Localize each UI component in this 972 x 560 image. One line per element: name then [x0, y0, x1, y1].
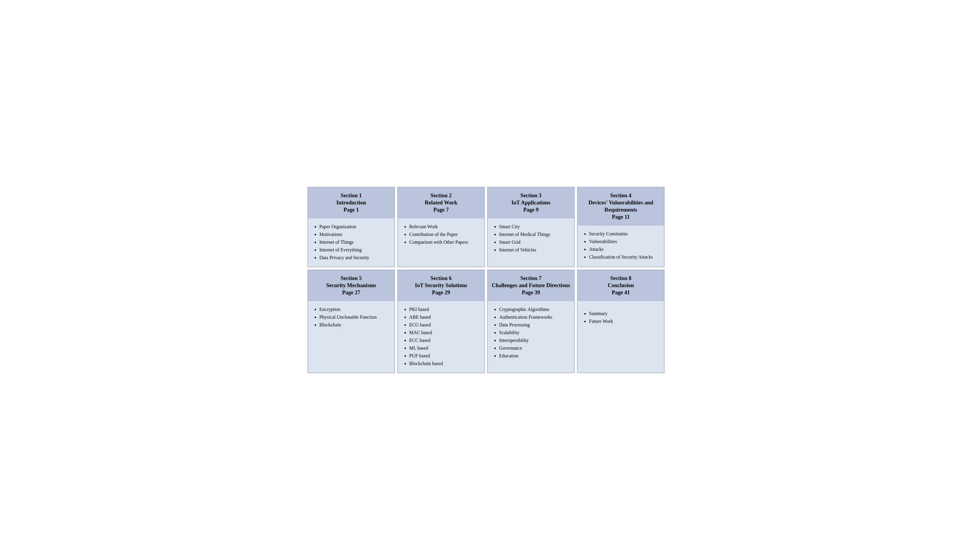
section-2-item-2: Comparison with Other Papers [409, 238, 481, 246]
section-1-item-3: Internet of Everything [319, 247, 391, 253]
section-4-item-1: Vulnerabilities [589, 238, 660, 245]
section-6-item-5: ML based [409, 345, 481, 352]
section-4-list: Security ConstraintsVulnerabilitiesAttac… [584, 230, 660, 261]
section-8-body: SummaryFuture Work [578, 301, 664, 373]
section-7-item-0: Cryptographic Algorithms [499, 306, 570, 313]
section-8-card: Section 8ConclusionPage 41SummaryFuture … [577, 270, 665, 373]
section-5-list: EncryptionPhysical Unclonable FunctionBl… [314, 306, 391, 328]
section-8-list: SummaryFuture Work [584, 310, 660, 325]
section-3-header-title: Section 3IoT ApplicationsPage 9 [491, 192, 570, 213]
section-5-header-line-2: Page 27 [342, 290, 360, 295]
section-3-item-3: Internet of Vehicles [499, 247, 570, 253]
section-6-body: PKI basedABE basedECG basedMAC basedECC … [398, 301, 484, 373]
section-4-card: Section 4Devices' Vulnerabilities and Re… [577, 187, 665, 267]
section-2-header-line-0: Section 2 [430, 193, 452, 198]
section-5-header-line-1: Security Mechanisms [326, 282, 376, 288]
section-5-item-0: Encryption [319, 306, 391, 313]
section-7-card: Section 7Challenges and Future Direction… [487, 270, 575, 373]
section-7-header-title: Section 7Challenges and Future Direction… [491, 275, 570, 297]
section-4-item-2: Attacks [589, 246, 660, 253]
section-6-header-line-2: Page 29 [432, 290, 450, 295]
section-6-item-7: Blockchain based [409, 360, 481, 367]
section-3-header-line-0: Section 3 [520, 193, 541, 198]
section-5-body: EncryptionPhysical Unclonable FunctionBl… [308, 301, 394, 373]
section-5-header-line-0: Section 5 [340, 275, 362, 281]
section-6-item-2: ECG based [409, 322, 481, 328]
section-4-header-line-2: Page 11 [612, 214, 630, 220]
section-8-header-line-2: Page 41 [612, 290, 630, 295]
section-7-item-6: Education [499, 352, 570, 360]
section-1-item-4: Data Privacy and Security [319, 254, 391, 261]
section-1-header-line-1: Introduction [336, 200, 366, 206]
section-7-item-3: Scalability [499, 329, 570, 336]
section-5-header: Section 5Security MechanismsPage 27 [308, 270, 394, 301]
section-7-item-1: Authentication Frameworks [499, 313, 570, 321]
section-3-header-line-1: IoT Applications [512, 200, 550, 206]
section-1-item-2: Internet of Things [319, 238, 391, 246]
section-3-item-1: Internet of Medical Things [499, 231, 570, 238]
section-4-header-line-0: Section 4 [610, 193, 631, 198]
section-3-list: Smart CityInternet of Medical ThingsSmar… [494, 223, 570, 253]
section-5-item-2: Blockchain [319, 322, 391, 328]
section-4-item-0: Security Constraints [589, 230, 660, 237]
section-6-item-1: ABE based [409, 313, 481, 321]
section-8-item-1: Future Work [589, 318, 660, 325]
section-2-header-title: Section 2Related WorkPage 7 [402, 192, 481, 213]
section-2-header-line-1: Related Work [425, 200, 457, 206]
section-4-body: Security ConstraintsVulnerabilitiesAttac… [578, 225, 664, 267]
section-3-header: Section 3IoT ApplicationsPage 9 [488, 187, 574, 218]
section-4-header-line-1: Devices' Vulnerabilities and Requirement… [589, 200, 653, 213]
section-7-item-5: Governance [499, 345, 570, 352]
section-6-item-4: ECC based [409, 337, 481, 344]
section-3-body: Smart CityInternet of Medical ThingsSmar… [488, 218, 574, 267]
section-7-item-2: Data Processing [499, 322, 570, 328]
section-1-header-title: Section 1IntroductionPage 1 [312, 192, 391, 213]
section-1-item-0: Paper Organization [319, 223, 391, 230]
section-3-header-line-2: Page 9 [523, 207, 539, 213]
section-6-header-line-1: IoT Security Solutions [415, 282, 467, 288]
section-6-header: Section 6IoT Security SolutionsPage 29 [398, 270, 484, 301]
section-6-card: Section 6IoT Security SolutionsPage 29PK… [397, 270, 485, 373]
section-3-item-0: Smart City [499, 223, 570, 230]
section-1-header-line-2: Page 1 [343, 207, 359, 213]
sections-grid: Section 1IntroductionPage 1Paper Organiz… [307, 187, 665, 373]
section-7-item-4: Interoperability [499, 337, 570, 344]
section-6-list: PKI basedABE basedECG basedMAC basedECC … [404, 306, 481, 367]
section-6-header-title: Section 6IoT Security SolutionsPage 29 [402, 275, 481, 297]
section-3-card: Section 3IoT ApplicationsPage 9Smart Cit… [487, 187, 575, 267]
section-6-item-3: MAC based [409, 329, 481, 336]
section-2-body: Relevant WorkContribution of the PaperCo… [398, 218, 484, 267]
section-2-card: Section 2Related WorkPage 7Relevant Work… [397, 187, 485, 267]
section-6-header-line-0: Section 6 [430, 275, 452, 281]
section-8-header-line-1: Conclusion [608, 282, 634, 288]
section-7-header-line-0: Section 7 [520, 275, 541, 281]
section-1-header: Section 1IntroductionPage 1 [308, 187, 394, 218]
section-4-header: Section 4Devices' Vulnerabilities and Re… [578, 187, 664, 225]
section-7-body: Cryptographic AlgorithmsAuthentication F… [488, 301, 574, 373]
section-1-card: Section 1IntroductionPage 1Paper Organiz… [307, 187, 395, 267]
section-8-item-0: Summary [589, 310, 660, 317]
section-6-item-6: PUF based [409, 352, 481, 360]
section-4-item-3: Classification of Security Attacks [589, 253, 660, 261]
section-6-item-0: PKI based [409, 306, 481, 313]
section-7-header: Section 7Challenges and Future Direction… [488, 270, 574, 301]
section-5-item-1: Physical Unclonable Function [319, 313, 391, 321]
section-5-header-title: Section 5Security MechanismsPage 27 [312, 275, 391, 297]
section-8-header-title: Section 8ConclusionPage 41 [581, 275, 660, 297]
section-4-header-title: Section 4Devices' Vulnerabilities and Re… [581, 192, 660, 221]
section-7-header-line-2: Page 39 [522, 290, 540, 295]
section-8-header: Section 8ConclusionPage 41 [578, 270, 664, 301]
section-1-item-1: Motivations [319, 231, 391, 238]
section-8-header-line-0: Section 8 [610, 275, 631, 281]
section-1-header-line-0: Section 1 [340, 193, 362, 198]
section-2-header: Section 2Related WorkPage 7 [398, 187, 484, 218]
section-7-header-line-1: Challenges and Future Directions [492, 282, 570, 288]
section-2-list: Relevant WorkContribution of the PaperCo… [404, 223, 481, 246]
section-1-list: Paper OrganizationMotivationsInternet of… [314, 223, 391, 261]
section-2-item-1: Contribution of the Paper [409, 231, 481, 238]
section-5-card: Section 5Security MechanismsPage 27Encry… [307, 270, 395, 373]
section-2-item-0: Relevant Work [409, 223, 481, 230]
section-1-body: Paper OrganizationMotivationsInternet of… [308, 218, 394, 267]
section-3-item-2: Smart Grid [499, 238, 570, 246]
section-2-header-line-2: Page 7 [433, 207, 449, 213]
